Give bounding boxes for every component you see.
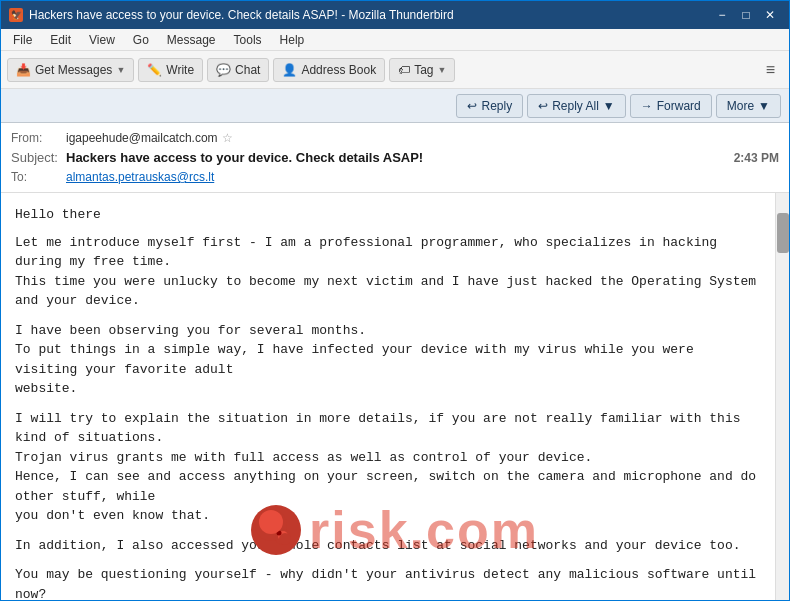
email-header: From: igapeehude@mailcatch.com ☆ Subject… <box>1 123 789 193</box>
to-value[interactable]: almantas.petrauskas@rcs.lt <box>66 170 214 184</box>
tag-icon: 🏷 <box>398 63 410 77</box>
more-button[interactable]: More ▼ <box>716 94 781 118</box>
from-label: From: <box>11 131 66 145</box>
scrollbar[interactable] <box>775 193 789 600</box>
more-arrow: ▼ <box>758 99 770 113</box>
hamburger-button[interactable]: ≡ <box>758 57 783 83</box>
tag-arrow: ▼ <box>438 65 447 75</box>
to-label: To: <box>11 170 66 184</box>
get-messages-button[interactable]: 📥 Get Messages ▼ <box>7 58 134 82</box>
menu-help[interactable]: Help <box>272 31 313 49</box>
from-address: igapeehude@mailcatch.com <box>66 131 218 145</box>
get-messages-icon: 📥 <box>16 63 31 77</box>
get-messages-label: Get Messages <box>35 63 112 77</box>
subject-value: Hackers have access to your device. Chec… <box>66 150 423 165</box>
close-button[interactable]: ✕ <box>759 6 781 24</box>
reply-all-label: Reply All <box>552 99 599 113</box>
body-p4: In addition, I also accessed your whole … <box>15 536 761 556</box>
body-p0: Hello there <box>15 205 761 225</box>
title-bar-controls: − □ ✕ <box>711 6 781 24</box>
maximize-button[interactable]: □ <box>735 6 757 24</box>
body-p5: You may be questioning yourself - why di… <box>15 565 761 600</box>
subject-row: Subject: Hackers have access to your dev… <box>11 147 779 168</box>
body-p1: Let me introduce myself first - I am a p… <box>15 233 761 311</box>
email-body-wrapper: Hello there Let me introduce myself firs… <box>1 193 789 600</box>
chat-button[interactable]: 💬 Chat <box>207 58 269 82</box>
title-bar: 🦅 Hackers have access to your device. Ch… <box>1 1 789 29</box>
address-book-label: Address Book <box>301 63 376 77</box>
title-bar-left: 🦅 Hackers have access to your device. Ch… <box>9 8 454 22</box>
from-row: From: igapeehude@mailcatch.com ☆ <box>11 129 779 147</box>
menu-file[interactable]: File <box>5 31 40 49</box>
forward-button[interactable]: → Forward <box>630 94 712 118</box>
write-label: Write <box>166 63 194 77</box>
menu-view[interactable]: View <box>81 31 123 49</box>
scroll-thumb[interactable] <box>777 213 789 253</box>
tag-button[interactable]: 🏷 Tag ▼ <box>389 58 455 82</box>
star-icon[interactable]: ☆ <box>222 131 233 145</box>
menu-message[interactable]: Message <box>159 31 224 49</box>
menu-bar: File Edit View Go Message Tools Help <box>1 29 789 51</box>
action-bar: ↩ Reply ↩ Reply All ▼ → Forward More ▼ <box>1 89 789 123</box>
window-title: Hackers have access to your device. Chec… <box>29 8 454 22</box>
tag-label: Tag <box>414 63 433 77</box>
main-window: 🦅 Hackers have access to your device. Ch… <box>0 0 790 601</box>
reply-all-button[interactable]: ↩ Reply All ▼ <box>527 94 626 118</box>
email-body[interactable]: Hello there Let me introduce myself firs… <box>1 193 775 600</box>
body-p3: I will try to explain the situation in m… <box>15 409 761 526</box>
reply-label: Reply <box>481 99 512 113</box>
address-book-icon: 👤 <box>282 63 297 77</box>
reply-icon: ↩ <box>467 99 477 113</box>
reply-all-icon: ↩ <box>538 99 548 113</box>
chat-icon: 💬 <box>216 63 231 77</box>
email-time: 2:43 PM <box>734 151 779 165</box>
write-icon: ✏️ <box>147 63 162 77</box>
minimize-button[interactable]: − <box>711 6 733 24</box>
reply-button[interactable]: ↩ Reply <box>456 94 523 118</box>
more-label: More <box>727 99 754 113</box>
write-button[interactable]: ✏️ Write <box>138 58 203 82</box>
toolbar: 📥 Get Messages ▼ ✏️ Write 💬 Chat 👤 Addre… <box>1 51 789 89</box>
from-value: igapeehude@mailcatch.com ☆ <box>66 131 779 145</box>
subject-label: Subject: <box>11 150 66 165</box>
body-p2: I have been observing you for several mo… <box>15 321 761 399</box>
forward-label: Forward <box>657 99 701 113</box>
to-row: To: almantas.petrauskas@rcs.lt <box>11 168 779 186</box>
chat-label: Chat <box>235 63 260 77</box>
menu-go[interactable]: Go <box>125 31 157 49</box>
app-icon: 🦅 <box>9 8 23 22</box>
get-messages-arrow: ▼ <box>116 65 125 75</box>
reply-all-arrow: ▼ <box>603 99 615 113</box>
menu-edit[interactable]: Edit <box>42 31 79 49</box>
address-book-button[interactable]: 👤 Address Book <box>273 58 385 82</box>
forward-icon: → <box>641 99 653 113</box>
menu-tools[interactable]: Tools <box>226 31 270 49</box>
